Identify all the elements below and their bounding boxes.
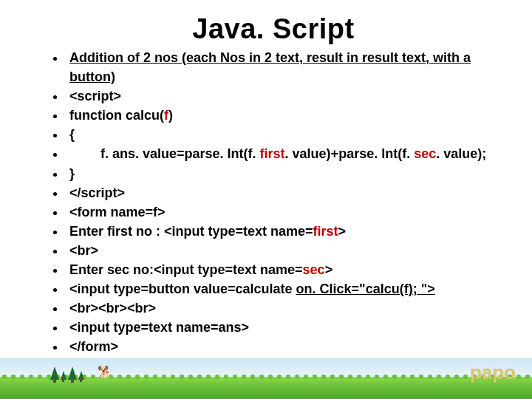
footer-label: papo bbox=[470, 361, 516, 384]
bullet-text: function calcu( bbox=[69, 108, 164, 123]
list-item: <br><br><br> bbox=[65, 299, 502, 318]
bullet-text: . value)+parse. Int(f. bbox=[285, 146, 415, 161]
list-item: f. ans. value=parse. Int(f. first. value… bbox=[65, 144, 502, 163]
grass-band bbox=[0, 377, 532, 399]
bullet-text: </script> bbox=[69, 185, 125, 200]
list-item: <script> bbox=[65, 86, 502, 106]
bullet-bold-underline: on. Click="calcu(f); "> bbox=[296, 282, 435, 296]
bullet-text: > bbox=[338, 224, 347, 239]
list-item: <form name=f> bbox=[65, 202, 502, 222]
bullet-text: . value); bbox=[436, 146, 486, 161]
list-item: </script> bbox=[65, 183, 502, 202]
bullet-text: { bbox=[69, 127, 75, 142]
bullet-text: <form name=f> bbox=[69, 205, 166, 219]
tree-icon bbox=[68, 366, 77, 380]
slide-title: Java. Script bbox=[44, 13, 502, 45]
list-item: Enter sec no:<input type=text name=sec> bbox=[65, 260, 502, 279]
bullet-text: } bbox=[69, 166, 75, 181]
list-item: <input type=text name=ans> bbox=[65, 318, 502, 337]
bullet-text: <br> bbox=[69, 243, 98, 258]
list-item: <input type=button value=calculate on. C… bbox=[65, 279, 502, 299]
tree-icon bbox=[78, 371, 84, 380]
bullet-text: ) bbox=[168, 108, 173, 123]
bullet-red: sec bbox=[414, 146, 436, 161]
bullet-text: f. ans. value=parse. Int(f. bbox=[100, 146, 260, 161]
bullet-text: </form> bbox=[69, 339, 118, 354]
list-item: Addition of 2 nos (each Nos in 2 text, r… bbox=[65, 48, 502, 86]
list-item: </form> bbox=[65, 337, 502, 356]
list-item: function calcu(f) bbox=[65, 106, 502, 125]
bullet-red: first bbox=[260, 146, 285, 161]
trees-icon bbox=[50, 366, 84, 380]
bullet-text: Enter sec no:<input type=text name= bbox=[69, 262, 303, 277]
bullet-text: > bbox=[325, 262, 333, 277]
bullet-text: Addition of 2 nos (each Nos in 2 text, r… bbox=[69, 50, 471, 84]
bullet-red: sec bbox=[303, 262, 325, 277]
sky-band bbox=[0, 358, 532, 378]
slide: Java. Script Addition of 2 nos (each Nos… bbox=[0, 0, 532, 399]
tree-icon bbox=[50, 366, 59, 380]
list-item: Enter first no : <input type=text name=f… bbox=[65, 222, 502, 241]
bullet-list: Addition of 2 nos (each Nos in 2 text, r… bbox=[44, 48, 502, 357]
bullet-text: <input type=button value=calculate bbox=[69, 282, 296, 296]
tree-icon bbox=[61, 371, 66, 380]
list-item: } bbox=[65, 164, 502, 183]
bullet-text: <script> bbox=[69, 89, 121, 103]
list-item: { bbox=[65, 125, 502, 144]
bullet-text: <input type=text name=ans> bbox=[69, 320, 249, 335]
bullet-text: <br><br><br> bbox=[69, 301, 156, 316]
list-item: <br> bbox=[65, 241, 502, 260]
dog-icon: 🐕 bbox=[98, 366, 112, 378]
bullet-red: first bbox=[313, 224, 338, 239]
bullet-text: Enter first no : <input type=text name= bbox=[69, 224, 313, 239]
